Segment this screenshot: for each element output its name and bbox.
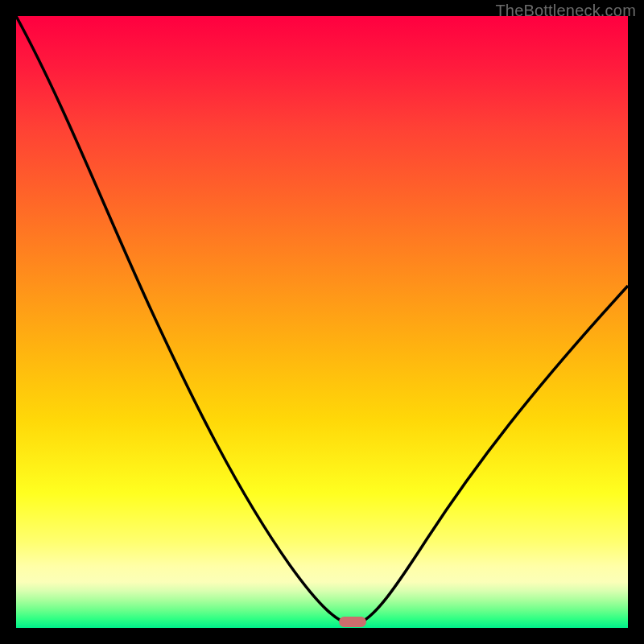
chart-plot-area: [16, 16, 628, 628]
chart-container: TheBottleneck.com: [0, 0, 644, 644]
optimal-point-marker: [339, 617, 366, 627]
bottleneck-curve: [16, 16, 628, 628]
watermark-label: TheBottleneck.com: [495, 2, 636, 20]
curve-path: [16, 16, 628, 624]
